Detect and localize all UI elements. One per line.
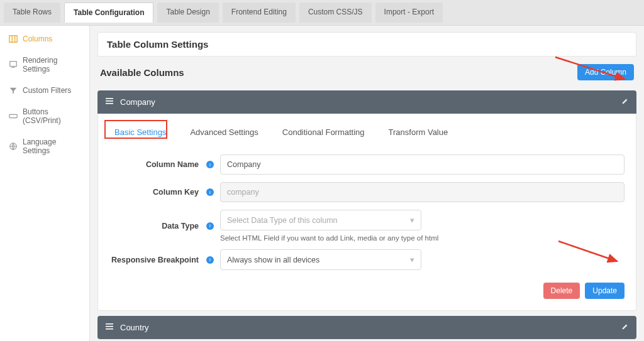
delete-button[interactable]: Delete [543,283,580,299]
column-header-label: Company [120,97,155,107]
tab-table-rows[interactable]: Table Rows [4,3,60,23]
sidebar-item-filters[interactable]: Custom Filters [0,80,89,101]
column-editor-body: Basic Settings Advanced Settings Conditi… [97,114,636,311]
info-icon[interactable]: i [206,188,214,196]
add-column-button[interactable]: Add Column [577,64,634,80]
column-header-label: Country [120,323,149,332]
sidebar-item-label: Rendering Settings [23,56,82,73]
edit-icon[interactable] [621,97,629,107]
tab-table-design[interactable]: Table Design [157,3,218,23]
svg-rect-11 [106,326,113,327]
column-header-company[interactable]: Company [97,90,636,114]
svg-rect-8 [106,100,113,102]
sidebar-item-buttons[interactable]: Buttons (CSV/Print) [0,101,89,131]
rendering-icon [9,60,18,69]
tab-frontend-editing[interactable]: Frontend Editing [223,3,296,23]
label-data-type: Data Type [109,222,204,230]
sidebar-item-label: Columns [23,35,52,43]
sidebar-item-language[interactable]: Language Settings [0,131,89,161]
main-panel: Table Column Settings Available Columns … [90,26,644,341]
info-icon[interactable]: i [206,222,214,230]
inner-tabs: Basic Settings Advanced Settings Conditi… [109,121,625,147]
tab-custom-cssjs[interactable]: Custom CSS/JS [299,3,372,23]
tab-import-export[interactable]: Import - Export [375,3,443,23]
info-icon[interactable]: i [206,161,214,168]
sidebar-item-columns[interactable]: Columns [0,28,89,50]
chevron-down-icon: ▾ [410,215,414,225]
language-icon [9,142,18,151]
filter-icon [9,86,18,95]
chevron-down-icon: ▾ [410,255,414,264]
inner-tab-conditional[interactable]: Conditional Formatting [280,124,367,141]
svg-rect-5 [9,114,17,117]
panel-title: Table Column Settings [97,32,636,57]
svg-rect-10 [106,323,113,325]
select-responsive[interactable]: Always show in all devices ▾ [220,249,421,270]
inner-tab-basic[interactable]: Basic Settings [112,124,169,141]
label-responsive: Responsive Breakpoint [109,256,204,264]
inner-tab-transform[interactable]: Transform Value [386,124,451,141]
column-header-country[interactable]: Country [97,316,636,339]
helptext-data-type: Select HTML Field if you want to add Lin… [220,234,625,242]
svg-rect-12 [106,328,113,330]
svg-rect-7 [106,98,113,99]
select-value: Always show in all devices [227,256,319,264]
select-placeholder: Select Data Type of this column [227,216,338,225]
drag-handle-icon[interactable] [105,97,114,107]
buttons-icon [9,112,18,121]
update-button[interactable]: Update [585,283,625,299]
config-sidebar: Columns Rendering Settings Custom Filter… [0,26,90,341]
sidebar-item-rendering[interactable]: Rendering Settings [0,50,89,80]
svg-rect-9 [106,103,113,104]
svg-rect-3 [10,62,17,67]
sidebar-item-label: Buttons (CSV/Print) [23,107,82,125]
input-column-key [220,182,625,202]
sidebar-item-label: Language Settings [23,138,82,155]
drag-handle-icon[interactable] [105,322,114,333]
input-column-name[interactable] [220,154,625,175]
label-column-key: Column Key [109,188,204,197]
inner-tab-advanced[interactable]: Advanced Settings [187,124,260,141]
available-columns-heading: Available Columns [100,67,184,78]
edit-icon[interactable] [621,323,629,332]
sidebar-item-label: Custom Filters [23,86,71,95]
info-icon[interactable]: i [206,256,214,264]
tab-table-configuration[interactable]: Table Configuration [64,3,153,23]
top-tab-bar: Table Rows Table Configuration Table Des… [0,0,644,26]
columns-icon [9,35,18,43]
svg-rect-0 [9,36,17,43]
label-column-name: Column Name [109,160,204,169]
select-data-type[interactable]: Select Data Type of this column ▾ [220,210,421,230]
